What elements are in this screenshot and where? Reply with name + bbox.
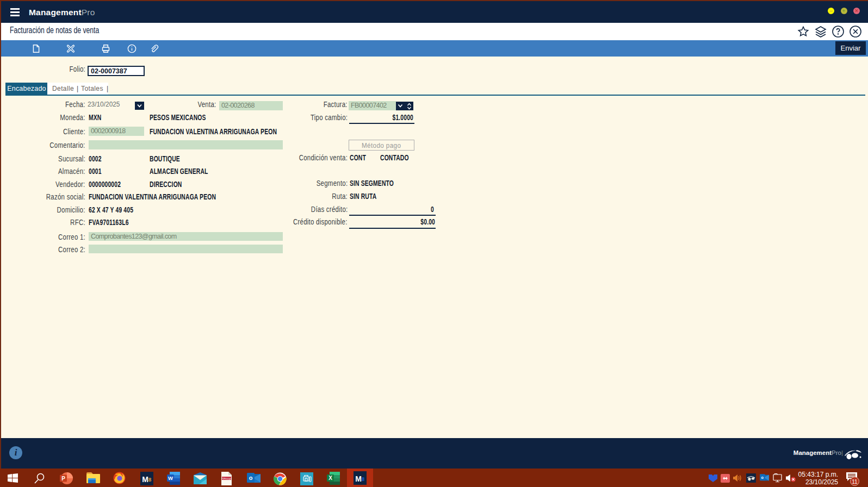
svg-text:M: M — [142, 475, 148, 484]
svg-text:PDFescape: PDFescape — [221, 478, 231, 480]
svg-text:X: X — [328, 475, 332, 481]
svg-text:W: W — [168, 475, 173, 481]
svg-text:o: o — [249, 474, 253, 481]
svg-text:P: P — [61, 476, 65, 482]
svg-text:o: o — [761, 475, 764, 480]
svg-text:M: M — [355, 474, 362, 483]
svg-text:8: 8 — [148, 476, 152, 483]
svg-text:8: 8 — [362, 476, 365, 482]
